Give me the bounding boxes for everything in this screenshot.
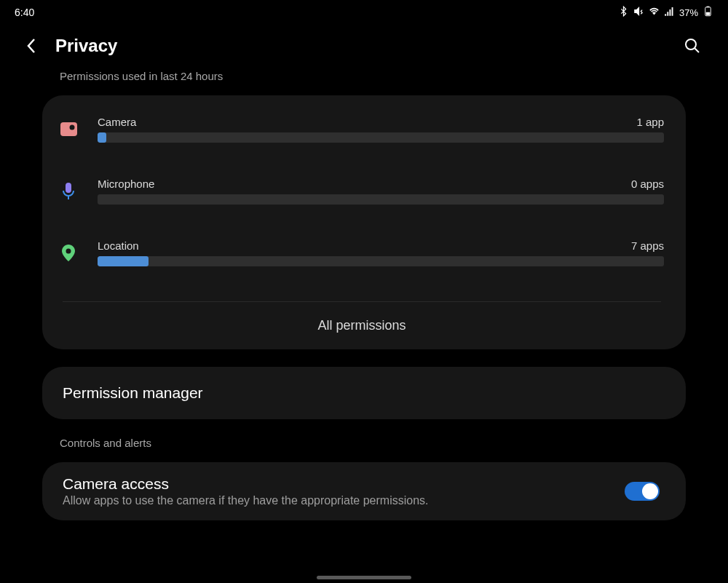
svg-rect-2 [706,12,711,15]
usage-bar [98,132,664,143]
permission-count: 7 apps [631,239,664,252]
usage-fill [98,132,106,143]
all-permissions-button[interactable]: All permissions [60,302,664,349]
svg-rect-6 [66,183,71,193]
back-icon [26,38,36,54]
wifi-icon [649,6,660,19]
search-icon [684,37,701,55]
status-bar: 6:40 37% [0,0,728,22]
permission-row-camera[interactable]: Camera 1 app [60,116,664,143]
status-time: 6:40 [15,7,34,18]
permission-row-location[interactable]: Location 7 apps [60,239,664,266]
permission-name: Microphone [98,178,154,190]
section-label-permissions: Permissions used in last 24 hours [60,70,686,82]
svg-point-3 [686,39,696,49]
svg-rect-4 [60,122,77,136]
back-button[interactable] [20,35,42,57]
microphone-icon [60,183,77,200]
home-indicator[interactable] [317,576,411,579]
status-icons: 37% [618,6,713,19]
search-button[interactable] [681,35,703,57]
permission-count: 1 app [636,116,664,128]
permission-row-microphone[interactable]: Microphone 0 apps [60,178,664,205]
svg-point-8 [66,248,71,253]
bluetooth-icon [618,6,629,19]
signal-icon [664,6,675,19]
permission-count: 0 apps [631,178,664,190]
permission-name: Location [98,239,139,252]
svg-point-5 [69,125,74,130]
battery-percent: 37% [679,7,698,18]
section-label-controls: Controls and alerts [60,437,686,449]
svg-rect-1 [707,7,710,7]
location-icon [60,245,77,262]
permission-name: Camera [98,116,136,128]
header: Privacy [0,22,728,70]
usage-bar [98,194,664,205]
page-title: Privacy [55,36,668,56]
camera-access-toggle[interactable] [625,482,660,501]
camera-icon [60,121,77,138]
permission-manager-button[interactable]: Permission manager [42,367,686,419]
switch-knob [642,483,658,499]
toggle-title: Camera access [63,475,607,493]
mute-icon [633,6,644,19]
battery-icon [703,6,713,19]
usage-bar [98,256,664,266]
toggle-subtitle: Allow apps to use the camera if they hav… [63,494,607,507]
camera-access-row[interactable]: Camera access Allow apps to use the came… [42,462,686,520]
usage-fill [98,256,149,266]
permissions-card: Camera 1 app Microphone 0 apps [42,95,686,349]
